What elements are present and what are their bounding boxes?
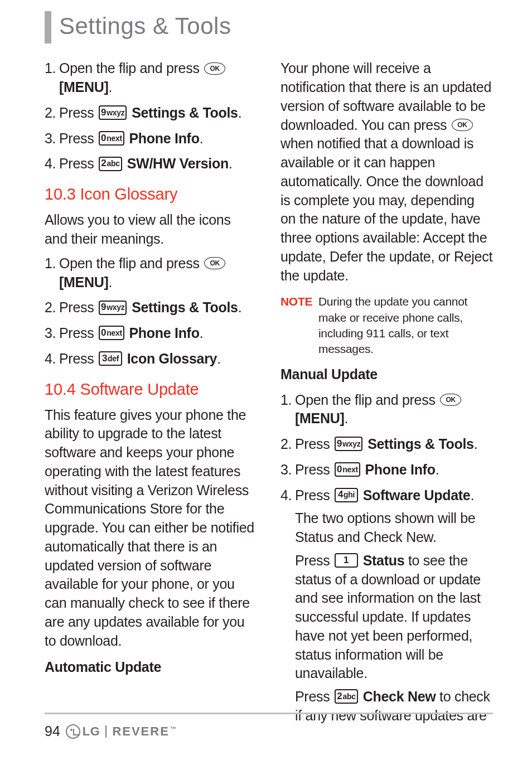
step: 4. Press 4ghi Software Update. The two o… — [280, 486, 493, 725]
step: 2. Press 9wxyz Settings & Tools. — [280, 435, 493, 454]
key-0-icon: 0next — [99, 326, 124, 340]
after-steps-text: The two options shown will be Status and… — [295, 509, 493, 547]
footer-divider — [105, 725, 107, 738]
step-number: 4. — [45, 154, 59, 173]
step-list-a: 1. Open the flip and press OK[MENU]. 2. … — [45, 59, 257, 173]
key-2-icon: 2abc — [99, 157, 122, 171]
step-number: 2. — [45, 298, 59, 317]
key-9-icon: 9wxyz — [99, 301, 127, 315]
step-number: 1. — [280, 391, 295, 429]
lg-logo: LG — [66, 724, 100, 739]
step-body: Open the flip and press OK[MENU]. — [295, 391, 493, 429]
step-number: 3. — [45, 129, 59, 148]
step-number: 2. — [45, 104, 59, 123]
footer-line: 94 LG REVERE — [45, 723, 493, 739]
step: 1. Open the flip and press OK[MENU]. — [280, 391, 493, 429]
auto-update-body: Your phone will receive a notification t… — [280, 59, 493, 285]
left-column: 1. Open the flip and press OK[MENU]. 2. … — [45, 59, 257, 732]
step: 2. Press 9wxyz Settings & Tools. — [45, 298, 257, 317]
step: 4. Press 3def Icon Glossary. — [45, 350, 257, 369]
ok-key-icon: OK — [440, 394, 461, 406]
step-body: Press 9wxyz Settings & Tools. — [59, 298, 257, 317]
page-number: 94 — [45, 723, 60, 739]
step: 1. Open the flip and press OK[MENU]. — [45, 254, 257, 292]
page-footer: 94 LG REVERE — [45, 713, 493, 739]
step-number: 1. — [45, 59, 59, 97]
step-body: Press 0next Phone Info. — [295, 461, 493, 480]
ok-key-icon: OK — [204, 62, 225, 75]
step-number: 4. — [280, 486, 295, 725]
page-header: Settings & Tools — [45, 11, 493, 43]
step-body: Press 0next Phone Info. — [59, 324, 257, 343]
ok-key-icon: OK — [204, 257, 225, 269]
step-number: 3. — [280, 461, 295, 480]
title-accent-bar — [45, 11, 51, 43]
key-2-icon: 2abc — [335, 689, 358, 704]
key-1-icon: 1 — [335, 553, 358, 568]
step-number: 1. — [45, 254, 59, 292]
step-body: Press 9wxyz Settings & Tools. — [295, 435, 493, 454]
step: 1. Open the flip and press OK[MENU]. — [45, 59, 257, 97]
sub-heading-automatic-update: Automatic Update — [45, 658, 257, 677]
section-body: Allows you to view all the icons and the… — [45, 211, 257, 249]
key-9-icon: 9wxyz — [335, 437, 362, 451]
lg-face-icon — [66, 724, 80, 739]
key-9-icon: 9wxyz — [99, 105, 127, 120]
step: 4. Press 2abc SW/HW Version. — [45, 154, 257, 173]
step-body: Press 4ghi Software Update. The two opti… — [295, 486, 493, 725]
lg-text: LG — [83, 724, 100, 739]
key-4-icon: 4ghi — [335, 488, 358, 502]
step: 3. Press 0next Phone Info. — [280, 461, 493, 480]
note-block: NOTE During the update you cannot make o… — [280, 294, 493, 357]
step-body: Press 9wxyz Settings & Tools. — [59, 104, 257, 123]
content-columns: 1. Open the flip and press OK[MENU]. 2. … — [45, 59, 493, 732]
step: 3. Press 0next Phone Info. — [45, 129, 257, 148]
step-number: 4. — [45, 350, 59, 369]
sub-heading-manual-update: Manual Update — [280, 365, 493, 384]
step-body: Press 0next Phone Info. — [59, 129, 257, 148]
ok-key-icon: OK — [452, 119, 473, 131]
section-body: This feature gives your phone the abilit… — [45, 406, 257, 651]
status-text: Press 1 Status to see the status of a do… — [295, 551, 493, 683]
section-heading-icon-glossary: 10.3 Icon Glossary — [45, 183, 257, 205]
key-0-icon: 0next — [335, 462, 360, 477]
step-body: Press 2abc SW/HW Version. — [59, 154, 257, 173]
step-number: 2. — [280, 435, 295, 454]
note-label: NOTE — [280, 294, 318, 357]
section-heading-software-update: 10.4 Software Update — [45, 379, 257, 400]
right-column: Your phone will receive a notification t… — [280, 59, 493, 732]
page-title: Settings & Tools — [59, 11, 231, 43]
step-body: Press 3def Icon Glossary. — [59, 350, 257, 369]
step-body: Open the flip and press OK[MENU]. — [59, 254, 257, 292]
step-list-c: 1. Open the flip and press OK[MENU]. 2. … — [280, 391, 493, 725]
footer-rule — [45, 713, 493, 714]
model-name: REVERE — [112, 724, 175, 739]
step: 3. Press 0next Phone Info. — [45, 324, 257, 343]
step-number: 3. — [45, 324, 59, 343]
key-0-icon: 0next — [99, 131, 124, 146]
note-body: During the update you cannot make or rec… — [318, 294, 493, 357]
key-3-icon: 3def — [99, 351, 122, 366]
step-body: Open the flip and press OK[MENU]. — [59, 59, 257, 97]
step-list-b: 1. Open the flip and press OK[MENU]. 2. … — [45, 254, 257, 369]
step: 2. Press 9wxyz Settings & Tools. — [45, 104, 257, 123]
